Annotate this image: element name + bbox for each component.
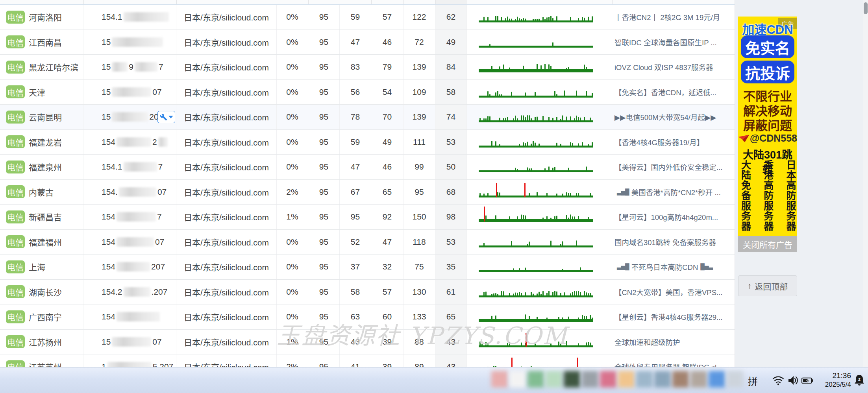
taskbar-app-icons[interactable] [491,371,743,387]
cdn-ad-banner[interactable]: 广告 加速CDN 免实名 抗投诉 不限行业 解决移动 屏蔽问题 @CDN558 … [738,17,797,252]
loss-cell: 0% [277,155,308,179]
table-row: 电信 新疆昌吉 1547 日本/东京/silicloud.com 1% 95 9… [0,205,735,230]
notification-bell-icon[interactable]: z [853,374,865,387]
taskbar-app-icon-blurred[interactable] [618,371,635,387]
sparkline-chart [479,155,593,172]
taskbar-app-icon-blurred[interactable] [582,371,598,387]
min-latency-cell: 79 [371,55,403,79]
loss-cell: 0% [277,30,308,55]
ad-link[interactable]: ▃▅█ 【CN2大宽带】美国，香港VPS... █▅▃ [612,280,735,304]
taskbar-time: 21:36 [818,371,851,380]
latency-sparkline-cell [467,330,612,354]
ip-blur [112,62,128,72]
min-latency-cell: 92 [371,205,403,229]
probe-cell: 电信 上海 [0,255,83,279]
back-to-top-button[interactable]: ↑ 返回顶部 [738,275,797,296]
ip-tools-button[interactable] [157,111,175,123]
ip-fragment: 07 [152,337,161,347]
sparkline-chart [479,80,593,98]
ad-link[interactable]: ▃▅█ 【星河云】100g高防4h4g20m... █▅▃ [612,205,735,229]
paper-plane-icon [738,133,750,144]
taskbar-app-icon-blurred[interactable] [564,371,580,387]
ip-cell: 15407 [83,230,176,255]
taskbar-app-icon-blurred[interactable] [654,371,671,387]
latency-sparkline-cell [467,30,612,55]
min-latency-cell: 39 [371,354,403,367]
wifi-icon[interactable] [772,375,784,386]
taskbar-app-icon-blurred[interactable] [636,371,653,387]
ip-blur [117,262,150,271]
ip-fragment: 207 [151,262,165,271]
ip-fragment: 1 [102,362,106,367]
sparkline-chart [479,130,593,148]
table-row: 电信 黑龙江哈尔滨 1597 日本/东京/silicloud.com 0% 95… [0,55,735,80]
last-latency-cell: 35 [435,255,467,279]
last-latency-cell: 43 [435,354,467,367]
last-latency-cell: 98 [435,205,467,229]
sparkline-chart [479,55,593,72]
taskbar-app-icon-blurred[interactable] [509,371,526,387]
ip-blur [119,187,156,197]
carrier-badge: 电信 [6,185,25,198]
max-latency-cell: 99 [403,155,435,179]
table-row: 电信 福建龙岩 1542 日本/东京/silicloud.com 0% 95 5… [0,130,735,155]
probe-cell: 电信 江苏苏州 [0,354,83,367]
ip-fragment: 07 [157,187,167,197]
speaker-icon[interactable] [787,375,799,386]
avg-latency-cell: 95 [340,205,371,229]
ad-pill-anti-complaint: 抗投诉 [741,61,794,83]
table-row: 电信 江苏扬州 1507 日本/东京/silicloud.com 1% 95 4… [0,330,735,355]
taskbar-app-icon-blurred[interactable] [690,371,707,387]
ad-text: 丨香港CN2丨 2核2G 3M 19元/月 [614,12,720,22]
latency-sparkline-cell [467,280,612,304]
ad-link[interactable]: ▃▅█ iOVZ Cloud 双ISP 4837服务器 █▅▃ [612,55,735,79]
latency-sparkline-cell [467,180,612,205]
ad-link[interactable]: ▃▅█ 美国香港*高防*CN2*秒开 ... █▅▃ [612,180,735,205]
taskbar-app-icon-blurred[interactable] [709,371,725,387]
scrollbar-thumb[interactable] [864,2,868,14]
taskbar-app-icon-blurred[interactable] [672,371,689,387]
probe-cell: 电信 内蒙古 [0,180,83,205]
last-latency-cell: 61 [435,280,467,304]
loss-cell: 0% [277,304,308,329]
ime-indicator[interactable]: 拼 [748,374,758,388]
avg-latency-cell: 63 [340,304,371,329]
ad-link[interactable]: ▃▅█ 【星创云】香港4核4G服务器29... █▅▃ [612,304,735,329]
ad-link[interactable]: ▃▅█ 全球加速和超级防护 █▅▃ [612,330,735,354]
ad-link[interactable]: ▃▅█ 不死鸟日本高防CDN █▅▃ [612,255,735,279]
close-all-ads-button[interactable]: 关闭所有广告 [738,236,797,252]
avg-latency-cell: 47 [340,155,371,179]
ad-vertical-col: 日本高防服务器 [785,160,796,235]
last-latency-cell: 68 [435,180,467,205]
ad-link[interactable]: ▃▅█ 国内域名301跳转 免备案服务器 █▅▃ [612,230,735,255]
clock[interactable]: 21:36 2025/5/4 [818,371,851,389]
last-latency-cell: 65 [435,304,467,329]
ad-link[interactable]: ▃▅█ 【免实名】香港CDN，延迟低... █▅▃ [612,80,735,105]
ip-blur [112,87,151,97]
taskbar-app-icon-blurred[interactable] [546,371,562,387]
table-row: 电信 广西南宁 154 日本/东京/silicloud.com 0% 95 63… [0,304,735,330]
target-cell: 日本/东京/silicloud.com [176,230,277,255]
ad-link[interactable]: ▃▅█ 【香港4核4G服务器19/月】 █▅▃ [612,130,735,155]
scrollbar-track[interactable] [863,0,868,367]
sparkline-chart [479,230,593,247]
taskbar-app-icon-blurred[interactable] [600,371,616,387]
taskbar-app-icon-blurred[interactable] [727,371,743,387]
ad-text: ▶▶电信500M大带宽54/月起▶▶ [614,112,716,122]
ad-link[interactable]: ▃▅█ 全球外贸专用服务器 智联IDC zl... █▅▃ [612,354,735,367]
ad-link[interactable]: ▃▅█ ▶▶电信500M大带宽54/月起▶▶ █▅▃ [612,105,735,129]
battery-icon[interactable] [801,375,813,386]
ip-cell: 154.17 [83,155,176,179]
taskbar-app-icon-blurred[interactable] [527,371,544,387]
ad-link[interactable]: ▃▅█ 丨香港CN2丨 2核2G 3M 19元/月 █▅▃ [612,5,735,30]
ad-link[interactable]: ▃▅█ 【美得云】国内外低价安全稳定... █▅▃ [612,155,735,179]
probe-city: 江苏苏州 [29,361,62,367]
avg-latency-cell: 59 [340,130,371,155]
max-latency-cell: 133 [403,304,435,329]
ip-fragment: 7 [159,62,163,72]
ip-cell: 154.07 [83,180,176,205]
avg-latency-cell: 52 [340,230,371,255]
taskbar-app-icon-blurred[interactable] [491,371,508,387]
ad-link[interactable]: ▃▅█ 智联IDC 全球海量各国原生IP ... █▅▃ [612,30,735,55]
loss-cell: 1% [277,330,308,354]
